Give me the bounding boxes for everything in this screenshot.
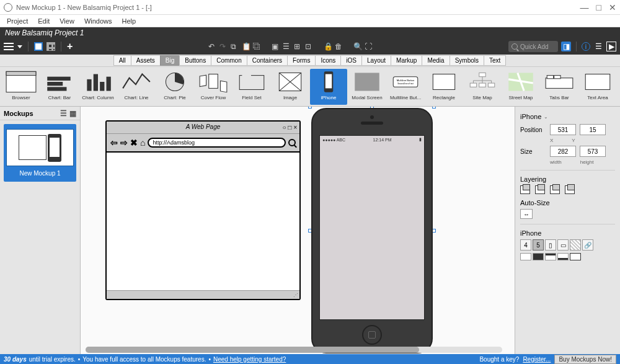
home-icon: ⌂ (140, 138, 145, 148)
bring-forward-icon[interactable] (520, 185, 530, 194)
size-width-input[interactable] (550, 146, 576, 157)
info-icon[interactable]: i (582, 42, 590, 51)
menu-edit[interactable]: Edit (33, 16, 54, 26)
iphone-pattern-option[interactable] (570, 239, 581, 251)
gallery-chart-column[interactable]: Chart: Column (79, 69, 117, 105)
iphone-orientation-landscape[interactable]: ▭ (557, 239, 569, 251)
distribute-icon[interactable]: ⊞ (294, 42, 303, 51)
copy-icon[interactable]: ⧉ (231, 42, 239, 51)
cat-layout[interactable]: Layout (361, 55, 391, 66)
list-view-icon[interactable]: ☰ (60, 109, 67, 118)
gallery-multiline-button[interactable]: Multiline ButtonSecond line of textMulti… (387, 69, 424, 105)
send-backward-icon[interactable] (550, 185, 560, 194)
iphone-variant-4[interactable]: 4 (520, 239, 531, 251)
gallery-iphone[interactable]: iPhone (310, 69, 347, 105)
quick-add-search[interactable]: Quick Add (508, 41, 558, 52)
canvas-browser-widget[interactable]: A Web Page ○ □ × ⇦ ⇨ ✖ ⌂ http://Adamsblo… (105, 120, 301, 300)
canvas-iphone-widget[interactable]: ●●●●● ABC 12:14 PM ▮ (310, 107, 434, 354)
cat-markup[interactable]: Markup (391, 55, 422, 66)
selection-handle[interactable] (432, 107, 436, 109)
properties-icon[interactable]: ☰ (593, 42, 603, 51)
iphone-variant-5[interactable]: 5 (533, 239, 544, 251)
cat-symbols[interactable]: Symbols (450, 55, 484, 66)
undo-icon[interactable]: ↶ (208, 42, 217, 51)
mockup-thumbnail[interactable]: New Mockup 1 (4, 124, 76, 182)
dropdown-icon[interactable] (17, 45, 22, 48)
add-icon[interactable]: + (67, 41, 73, 52)
size-height-input[interactable] (580, 146, 606, 157)
svg-rect-37 (546, 78, 573, 89)
canvas-horizontal-scrollbar[interactable] (86, 347, 502, 353)
position-y-input[interactable] (580, 124, 606, 135)
menu-project[interactable]: Project (2, 16, 32, 26)
iphone-screen-option2[interactable] (570, 253, 581, 260)
minimize-button[interactable]: — (580, 2, 589, 12)
gallery-cover-flow[interactable]: Cover Flow (195, 69, 232, 105)
iphone-screen-option1[interactable] (557, 253, 569, 260)
send-back-icon[interactable] (565, 185, 575, 194)
cat-big[interactable]: Big (160, 55, 180, 66)
fullscreen-icon[interactable]: ⛶ (365, 42, 373, 51)
position-x-input[interactable] (550, 124, 576, 135)
duplicate-icon[interactable]: ⿻ (253, 42, 262, 51)
view-grid-icon[interactable] (46, 42, 55, 51)
lock-icon[interactable]: 🔒 (324, 42, 332, 51)
gallery-browser[interactable]: Browser (2, 69, 40, 105)
iphone-link-option[interactable]: 🔗 (582, 239, 593, 251)
zoom-icon[interactable]: 🔍 (353, 42, 362, 51)
gallery-chart-pie[interactable]: Chart: Pie (156, 69, 193, 105)
buy-button[interactable]: Buy Mockups Now! (554, 355, 616, 364)
stop-icon: ✖ (130, 138, 138, 148)
menu-icon[interactable] (4, 43, 14, 50)
tool-icon[interactable]: ⊡ (305, 42, 314, 51)
register-link[interactable]: Register... (523, 356, 551, 363)
iphone-color-black[interactable] (533, 253, 544, 260)
iphone-topbar-option[interactable] (545, 253, 556, 260)
cat-buttons[interactable]: Buttons (179, 55, 211, 66)
menu-view[interactable]: View (55, 16, 79, 26)
help-link[interactable]: Need help getting started? (213, 356, 286, 363)
chevron-down-icon[interactable]: ⌄ (544, 114, 548, 120)
delete-icon[interactable]: 🗑 (335, 42, 343, 51)
gallery-field-set[interactable]: Field Set (233, 69, 270, 105)
cat-all[interactable]: All (113, 55, 131, 66)
gallery-chart-bar[interactable]: Chart: Bar (41, 69, 78, 105)
iphone-orientation-portrait[interactable]: ▯ (545, 239, 556, 251)
svg-rect-20 (355, 73, 379, 91)
mockup-name: New Mockup 1 (6, 170, 74, 177)
present-icon[interactable]: ▶ (606, 42, 616, 51)
grid-view-icon[interactable]: ▦ (69, 109, 76, 118)
align-icon[interactable]: ☰ (283, 42, 291, 51)
view-single-icon[interactable] (34, 42, 43, 51)
menu-help[interactable]: Help (118, 16, 141, 26)
cat-forms[interactable]: Forms (287, 55, 316, 66)
menu-windows[interactable]: Windows (80, 16, 117, 26)
gallery-modal-screen[interactable]: Modal Screen (348, 69, 386, 105)
cat-icons[interactable]: Icons (315, 55, 341, 66)
selection-handle[interactable] (308, 107, 312, 109)
gallery-text-area[interactable]: Text Area (579, 69, 616, 105)
gallery-street-map[interactable]: Street Map (502, 69, 539, 105)
group-icon[interactable]: ▣ (272, 42, 280, 51)
cat-text[interactable]: Text (484, 55, 506, 66)
iphone-color-white[interactable] (520, 253, 531, 260)
close-button[interactable]: ✕ (609, 2, 616, 12)
toggle-panel-icon[interactable]: ◨ (561, 42, 571, 51)
canvas[interactable]: A Web Page ○ □ × ⇦ ⇨ ✖ ⌂ http://Adamsblo… (81, 107, 515, 354)
gallery-rectangle[interactable]: Rectangle (425, 69, 463, 105)
gallery-chart-line[interactable]: Chart: Line (118, 69, 155, 105)
redo-icon[interactable]: ↷ (219, 42, 228, 51)
cat-common[interactable]: Common (211, 55, 247, 66)
bring-front-icon[interactable] (535, 185, 545, 194)
iphone-time: 12:14 PM (373, 138, 392, 142)
cat-assets[interactable]: Assets (131, 55, 161, 66)
cat-ios[interactable]: iOS (340, 55, 362, 66)
gallery-tabs-bar[interactable]: Tabs Bar (541, 69, 578, 105)
cat-containers[interactable]: Containers (247, 55, 288, 66)
paste-icon[interactable]: 📋 (242, 42, 250, 51)
autosize-button[interactable]: ↔ (520, 209, 533, 219)
cat-media[interactable]: Media (422, 55, 450, 66)
gallery-image[interactable]: Image (272, 69, 309, 105)
maximize-button[interactable]: □ (596, 2, 601, 12)
gallery-site-map[interactable]: Site Map (464, 69, 501, 105)
